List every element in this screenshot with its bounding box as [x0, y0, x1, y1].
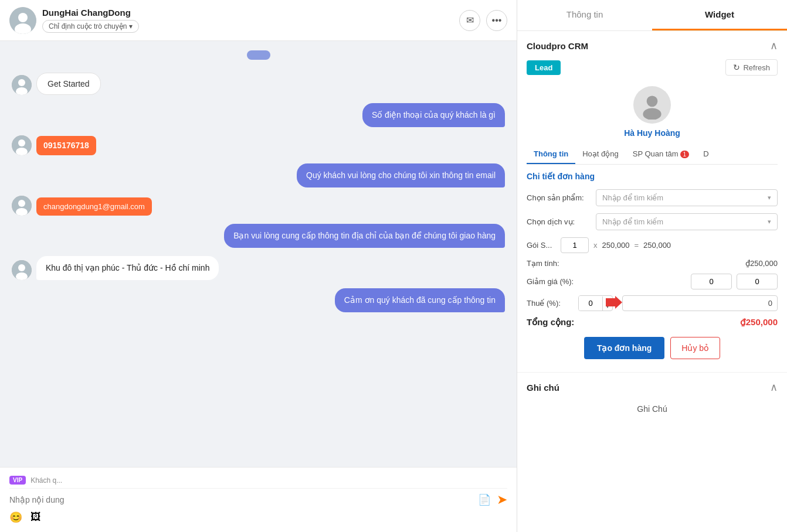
header-actions: ✉ •••: [459, 10, 507, 31]
product-total-price: 250,000: [643, 241, 671, 250]
tax-input[interactable]: [579, 296, 602, 311]
crm-avatar: [633, 86, 671, 124]
crm-section: Cloudpro CRM ∧ Lead ↻ Refresh: [517, 31, 787, 373]
product-quantity-input[interactable]: [561, 237, 589, 253]
ghi-chu-title: Ghi chú: [527, 383, 559, 393]
contact-name: DungHai ChangDong: [42, 8, 459, 18]
message-bubble-email: changdongdung1@gmail.com: [36, 197, 152, 216]
subtotal-value: ₫250,000: [745, 259, 778, 268]
message-row: 0915176718: [12, 135, 505, 155]
footer-username: Khách q...: [30, 476, 62, 485]
discount-amount-input[interactable]: [737, 274, 778, 289]
system-bubble: [247, 50, 270, 60]
message-row: Cảm ơn quý khách đã cung cấp thông tin: [12, 288, 505, 312]
crm-contact-name[interactable]: Hà Huy Hoàng: [624, 128, 680, 138]
message-bubble: Get Started: [36, 73, 101, 95]
product-unit-price: 250,000: [602, 241, 630, 250]
service-select[interactable]: Nhập để tìm kiếm ▾: [596, 213, 778, 230]
email-button[interactable]: ✉: [459, 10, 480, 31]
ghi-chu-content: Ghi Chú: [527, 398, 778, 420]
sp-badge: 1: [680, 151, 690, 158]
product-row: Gói S... x 250,000 = 250,000: [527, 237, 778, 253]
product-name: Gói S...: [527, 241, 556, 250]
ghi-chu-collapse-icon[interactable]: ∧: [770, 381, 778, 394]
message-avatar: [12, 260, 32, 280]
subtotal-label: Tạm tính:: [527, 259, 559, 268]
sub-tab-d[interactable]: D: [696, 145, 715, 164]
message-bubble: Số điện thoại của quý khách là gì: [362, 103, 505, 127]
footer-icons: 📄 ➤: [478, 492, 507, 507]
tax-result-value: 0: [622, 295, 778, 311]
svg-point-16: [647, 96, 658, 107]
service-select-row: Chọn dịch vụ: Nhập để tìm kiếm ▾: [527, 213, 778, 230]
crm-header: Cloudpro CRM ∧: [527, 39, 778, 52]
crm-title: Cloudpro CRM: [527, 41, 588, 51]
refresh-icon: ↻: [733, 63, 740, 72]
panel-tabs: Thông tin Widget: [517, 0, 787, 31]
chat-header-info: DungHai ChangDong Chỉ định cuộc trò chuy…: [42, 8, 459, 33]
send-button[interactable]: ➤: [497, 492, 507, 507]
message-input[interactable]: [9, 495, 473, 504]
assign-label: Chỉ định cuộc trò chuyện: [49, 22, 127, 30]
message-avatar: [12, 196, 32, 216]
message-bubble: Cảm ơn quý khách đã cung cấp thông tin: [335, 288, 505, 312]
message-avatar: [12, 75, 32, 95]
footer-user-row: VIP Khách q...: [9, 472, 507, 489]
system-message-top: [12, 50, 505, 64]
cancel-button[interactable]: Hủy bỏ: [670, 337, 720, 359]
product-equals-icon: =: [635, 241, 639, 250]
order-section-title: Chi tiết đơn hàng: [527, 172, 778, 181]
sub-tab-hoat-dong[interactable]: Hoạt động: [575, 145, 626, 164]
image-icon[interactable]: 🖼: [30, 511, 41, 524]
more-options-button[interactable]: •••: [486, 10, 507, 31]
sub-tab-thong-tin[interactable]: Thông tin: [527, 145, 575, 164]
vip-badge: VIP: [9, 476, 26, 485]
crm-sub-tabs: Thông tin Hoạt động SP Quan tâm1 D: [527, 145, 778, 165]
product-select[interactable]: Nhập để tìm kiếm ▾: [596, 189, 778, 206]
tab-thong-tin[interactable]: Thông tin: [517, 0, 652, 30]
collapse-icon[interactable]: ∧: [770, 39, 778, 52]
refresh-button[interactable]: ↻ Refresh: [725, 59, 778, 76]
tax-result-wrap: 0: [622, 295, 778, 311]
message-bubble: Quý khách vui lòng cho chúng tôi xin thô…: [297, 163, 505, 187]
document-icon[interactable]: 📄: [478, 493, 491, 506]
label-chon-san-pham: Chọn sản phẩm:: [527, 193, 591, 202]
total-value: ₫250,000: [740, 317, 778, 328]
svg-point-17: [643, 108, 661, 120]
message-bubble: Khu đô thị vạn phúc - Thủ đức - Hồ chí m…: [36, 256, 219, 280]
message-bubble: Bạn vui lòng cung cấp thông tin địa chỉ …: [224, 224, 505, 248]
svg-point-4: [18, 79, 25, 86]
messages-list: Get Started Số điện thoại của quý khách …: [0, 41, 517, 467]
create-order-button[interactable]: Tạo đơn hàng: [584, 337, 664, 359]
emoji-icon[interactable]: 😊: [9, 511, 22, 524]
discount-row: Giảm giá (%):: [527, 274, 778, 289]
panel-content: Cloudpro CRM ∧ Lead ↻ Refresh: [517, 31, 787, 532]
lead-badge[interactable]: Lead: [527, 60, 561, 75]
assign-conversation-button[interactable]: Chỉ định cuộc trò chuyện ▾: [42, 20, 139, 33]
footer-input-row: 📄 ➤: [9, 492, 507, 507]
message-row: changdongdung1@gmail.com: [12, 196, 505, 216]
svg-point-13: [18, 264, 25, 271]
crm-profile: Hà Huy Hoàng: [527, 81, 778, 145]
chevron-down-icon: ▾: [768, 218, 771, 226]
discount-label: Giảm giá (%):: [527, 277, 574, 286]
refresh-label: Refresh: [743, 63, 770, 72]
service-select-placeholder: Nhập để tìm kiếm: [602, 217, 663, 226]
tax-label: Thuế (%):: [527, 299, 574, 308]
avatar: [9, 7, 36, 34]
sub-tab-sp-quan-tam[interactable]: SP Quan tâm1: [626, 145, 696, 164]
discount-percent-input[interactable]: [691, 274, 732, 289]
tab-widget[interactable]: Widget: [652, 0, 787, 30]
chevron-down-icon: ▾: [129, 22, 133, 30]
chat-header: DungHai ChangDong Chỉ định cuộc trò chuy…: [0, 0, 517, 41]
total-label: Tổng cộng:: [527, 317, 574, 328]
red-arrow-icon: [606, 296, 622, 311]
message-row: Khu đô thị vạn phúc - Thủ đức - Hồ chí m…: [12, 256, 505, 280]
ghi-chu-section: Ghi chú ∧ Ghi Chú: [517, 373, 787, 428]
message-avatar: [12, 135, 32, 155]
ghi-chu-header: Ghi chú ∧: [527, 381, 778, 394]
message-row: Số điện thoại của quý khách là gì: [12, 103, 505, 127]
message-row: Get Started: [12, 73, 505, 95]
footer-emoji-row: 😊 🖼: [9, 507, 507, 527]
svg-marker-18: [606, 296, 622, 309]
